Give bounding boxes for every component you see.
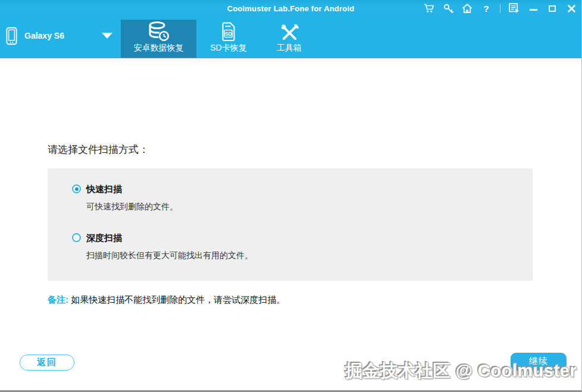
phone-icon xyxy=(6,27,17,45)
radio-deep-scan[interactable] xyxy=(72,233,81,242)
tab-bar: 安卓数据恢复 SD SD卡恢复 工具箱 xyxy=(121,17,318,58)
sd-card-icon: SD xyxy=(221,22,236,42)
tools-icon xyxy=(280,23,299,42)
svg-text:SD: SD xyxy=(225,31,232,37)
option-quick-scan[interactable]: 快速扫描 可快速找到删除的文件。 xyxy=(72,183,533,212)
tab-toolbox[interactable]: 工具箱 xyxy=(261,20,318,58)
titlebar-separator xyxy=(500,4,500,13)
note-label: 备注: xyxy=(48,294,68,305)
device-name: Galaxy S6 xyxy=(24,31,64,40)
maximize-icon[interactable] xyxy=(547,3,558,14)
minimize-icon[interactable] xyxy=(528,3,539,14)
home-icon[interactable] xyxy=(462,3,473,14)
back-button[interactable]: 返回 xyxy=(20,355,74,371)
main-content: 请选择文件扫描方式： 快速扫描 可快速找到删除的文件。 深度扫描 扫描时间较长但… xyxy=(0,58,581,390)
tab-android-recovery[interactable]: 安卓数据恢复 xyxy=(121,20,196,58)
tab-label: SD卡恢复 xyxy=(210,43,246,54)
device-selector[interactable]: Galaxy S6 xyxy=(0,17,121,55)
radio-quick-scan[interactable] xyxy=(72,184,81,193)
note-text: 如果快速扫描不能找到删除的文件，请尝试深度扫描。 xyxy=(71,294,285,305)
continue-button[interactable]: 继续 xyxy=(511,353,567,371)
app-window: Coolmuster Lab.Fone for Android ? xyxy=(0,0,582,392)
page-title: 请选择文件扫描方式： xyxy=(48,143,149,156)
cart-icon[interactable] xyxy=(424,3,434,14)
header: Galaxy S6 安卓数据恢复 SD xyxy=(0,17,581,58)
scan-options-panel: 快速扫描 可快速找到删除的文件。 深度扫描 扫描时间较长但有更大可能找出有用的文… xyxy=(48,168,533,281)
window-title: Coolmuster Lab.Fone for Android xyxy=(227,4,355,13)
key-icon[interactable] xyxy=(443,3,453,14)
chevron-down-icon xyxy=(102,33,112,39)
database-clock-icon xyxy=(148,21,170,42)
tab-sd-recovery[interactable]: SD SD卡恢复 xyxy=(196,20,261,58)
option-description: 扫描时间较长但有更大可能找出有用的文件。 xyxy=(86,250,253,261)
option-label: 深度扫描 xyxy=(86,232,253,243)
titlebar-icons: ? xyxy=(424,0,577,17)
titlebar: Coolmuster Lab.Fone for Android ? xyxy=(0,0,581,17)
tab-label: 工具箱 xyxy=(277,43,302,54)
note: 备注: 如果快速扫描不能找到删除的文件，请尝试深度扫描。 xyxy=(48,294,285,306)
feedback-icon[interactable] xyxy=(509,3,520,14)
option-description: 可快速找到删除的文件。 xyxy=(86,202,178,212)
option-label: 快速扫描 xyxy=(86,183,178,195)
option-deep-scan[interactable]: 深度扫描 扫描时间较长但有更大可能找出有用的文件。 xyxy=(72,232,533,261)
help-icon[interactable]: ? xyxy=(481,3,492,14)
close-icon[interactable] xyxy=(566,3,577,14)
tab-label: 安卓数据恢复 xyxy=(134,43,184,54)
